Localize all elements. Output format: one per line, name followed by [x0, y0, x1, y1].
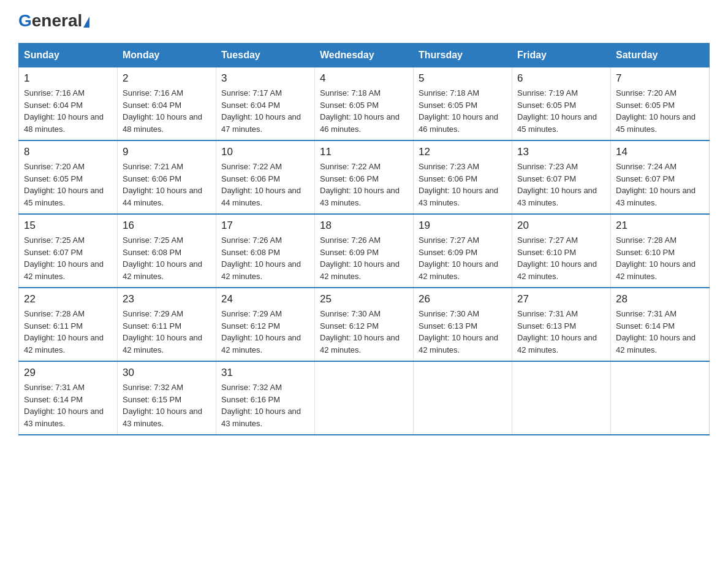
cell-info: Sunrise: 7:26 AMSunset: 6:09 PMDaylight:… [320, 236, 400, 281]
day-number: 18 [320, 220, 408, 232]
day-number: 19 [419, 220, 507, 232]
calendar-cell: 12 Sunrise: 7:23 AMSunset: 6:06 PMDaylig… [414, 140, 512, 214]
cell-info: Sunrise: 7:20 AMSunset: 6:05 PMDaylight:… [24, 162, 104, 207]
day-number: 1 [24, 72, 112, 85]
day-number: 4 [320, 72, 408, 85]
calendar-cell: 19 Sunrise: 7:27 AMSunset: 6:09 PMDaylig… [414, 214, 512, 288]
day-number: 15 [24, 220, 112, 232]
calendar-cell: 13 Sunrise: 7:23 AMSunset: 6:07 PMDaylig… [512, 140, 611, 214]
day-number: 17 [221, 220, 309, 232]
day-number: 2 [123, 72, 211, 85]
cell-info: Sunrise: 7:27 AMSunset: 6:09 PMDaylight:… [419, 236, 498, 281]
column-header-friday: Friday [512, 44, 611, 67]
cell-info: Sunrise: 7:23 AMSunset: 6:07 PMDaylight:… [517, 162, 597, 207]
column-header-thursday: Thursday [414, 44, 512, 67]
calendar-cell: 15 Sunrise: 7:25 AMSunset: 6:07 PMDaylig… [19, 214, 118, 288]
cell-info: Sunrise: 7:31 AMSunset: 6:14 PMDaylight:… [24, 383, 104, 428]
logo: General [18, 12, 89, 31]
calendar-cell [611, 361, 710, 435]
cell-info: Sunrise: 7:18 AMSunset: 6:05 PMDaylight:… [320, 88, 400, 134]
calendar-cell: 17 Sunrise: 7:26 AMSunset: 6:08 PMDaylig… [216, 214, 315, 288]
calendar-cell: 10 Sunrise: 7:22 AMSunset: 6:06 PMDaylig… [216, 140, 315, 214]
calendar-cell: 7 Sunrise: 7:20 AMSunset: 6:05 PMDayligh… [611, 67, 710, 141]
cell-info: Sunrise: 7:17 AMSunset: 6:04 PMDaylight:… [221, 88, 301, 134]
cell-info: Sunrise: 7:28 AMSunset: 6:11 PMDaylight:… [24, 309, 104, 354]
day-number: 8 [24, 146, 112, 158]
cell-info: Sunrise: 7:30 AMSunset: 6:13 PMDaylight:… [419, 309, 498, 354]
day-number: 5 [419, 72, 507, 85]
day-number: 21 [616, 220, 704, 232]
calendar-week-row: 1 Sunrise: 7:16 AMSunset: 6:04 PMDayligh… [19, 67, 710, 141]
column-header-monday: Monday [118, 44, 216, 67]
cell-info: Sunrise: 7:19 AMSunset: 6:05 PMDaylight:… [517, 88, 597, 134]
day-number: 23 [123, 293, 211, 305]
day-number: 24 [221, 293, 309, 305]
day-number: 14 [616, 146, 704, 158]
cell-info: Sunrise: 7:16 AMSunset: 6:04 PMDaylight:… [123, 88, 202, 134]
cell-info: Sunrise: 7:21 AMSunset: 6:06 PMDaylight:… [123, 162, 202, 207]
calendar-cell: 8 Sunrise: 7:20 AMSunset: 6:05 PMDayligh… [19, 140, 118, 214]
cell-info: Sunrise: 7:18 AMSunset: 6:05 PMDaylight:… [419, 88, 498, 134]
calendar-cell: 23 Sunrise: 7:29 AMSunset: 6:11 PMDaylig… [118, 288, 216, 361]
cell-info: Sunrise: 7:32 AMSunset: 6:15 PMDaylight:… [123, 383, 202, 428]
day-number: 7 [616, 72, 704, 85]
calendar-cell: 2 Sunrise: 7:16 AMSunset: 6:04 PMDayligh… [118, 67, 216, 141]
day-number: 22 [24, 293, 112, 305]
calendar-cell: 28 Sunrise: 7:31 AMSunset: 6:14 PMDaylig… [611, 288, 710, 361]
calendar-cell: 4 Sunrise: 7:18 AMSunset: 6:05 PMDayligh… [315, 67, 414, 141]
cell-info: Sunrise: 7:24 AMSunset: 6:07 PMDaylight:… [616, 162, 696, 207]
calendar-header-row: SundayMondayTuesdayWednesdayThursdayFrid… [19, 44, 710, 67]
calendar-cell [315, 361, 414, 435]
calendar-cell: 26 Sunrise: 7:30 AMSunset: 6:13 PMDaylig… [414, 288, 512, 361]
cell-info: Sunrise: 7:26 AMSunset: 6:08 PMDaylight:… [221, 236, 301, 281]
calendar-cell: 20 Sunrise: 7:27 AMSunset: 6:10 PMDaylig… [512, 214, 611, 288]
day-number: 12 [419, 146, 507, 158]
cell-info: Sunrise: 7:25 AMSunset: 6:08 PMDaylight:… [123, 236, 202, 281]
calendar-cell: 18 Sunrise: 7:26 AMSunset: 6:09 PMDaylig… [315, 214, 414, 288]
day-number: 11 [320, 146, 408, 158]
day-number: 26 [419, 293, 507, 305]
cell-info: Sunrise: 7:27 AMSunset: 6:10 PMDaylight:… [517, 236, 597, 281]
calendar-cell: 16 Sunrise: 7:25 AMSunset: 6:08 PMDaylig… [118, 214, 216, 288]
day-number: 25 [320, 293, 408, 305]
day-number: 27 [517, 293, 605, 305]
calendar-cell: 3 Sunrise: 7:17 AMSunset: 6:04 PMDayligh… [216, 67, 315, 141]
calendar-cell: 27 Sunrise: 7:31 AMSunset: 6:13 PMDaylig… [512, 288, 611, 361]
calendar-cell: 5 Sunrise: 7:18 AMSunset: 6:05 PMDayligh… [414, 67, 512, 141]
calendar-cell [414, 361, 512, 435]
cell-info: Sunrise: 7:32 AMSunset: 6:16 PMDaylight:… [221, 383, 301, 428]
calendar-cell: 31 Sunrise: 7:32 AMSunset: 6:16 PMDaylig… [216, 361, 315, 435]
day-number: 3 [221, 72, 309, 85]
column-header-sunday: Sunday [19, 44, 118, 67]
cell-info: Sunrise: 7:16 AMSunset: 6:04 PMDaylight:… [24, 88, 104, 134]
day-number: 13 [517, 146, 605, 158]
cell-info: Sunrise: 7:23 AMSunset: 6:06 PMDaylight:… [419, 162, 498, 207]
calendar-cell: 30 Sunrise: 7:32 AMSunset: 6:15 PMDaylig… [118, 361, 216, 435]
column-header-saturday: Saturday [611, 44, 710, 67]
day-number: 6 [517, 72, 605, 85]
calendar-cell: 22 Sunrise: 7:28 AMSunset: 6:11 PMDaylig… [19, 288, 118, 361]
calendar-week-row: 22 Sunrise: 7:28 AMSunset: 6:11 PMDaylig… [19, 288, 710, 361]
day-number: 30 [123, 367, 211, 379]
day-number: 16 [123, 220, 211, 232]
cell-info: Sunrise: 7:29 AMSunset: 6:12 PMDaylight:… [221, 309, 301, 354]
calendar-table: SundayMondayTuesdayWednesdayThursdayFrid… [18, 43, 710, 435]
column-header-wednesday: Wednesday [315, 44, 414, 67]
day-number: 20 [517, 220, 605, 232]
calendar-week-row: 15 Sunrise: 7:25 AMSunset: 6:07 PMDaylig… [19, 214, 710, 288]
calendar-week-row: 8 Sunrise: 7:20 AMSunset: 6:05 PMDayligh… [19, 140, 710, 214]
calendar-cell: 25 Sunrise: 7:30 AMSunset: 6:12 PMDaylig… [315, 288, 414, 361]
cell-info: Sunrise: 7:22 AMSunset: 6:06 PMDaylight:… [320, 162, 400, 207]
calendar-cell: 9 Sunrise: 7:21 AMSunset: 6:06 PMDayligh… [118, 140, 216, 214]
calendar-cell: 6 Sunrise: 7:19 AMSunset: 6:05 PMDayligh… [512, 67, 611, 141]
calendar-cell: 21 Sunrise: 7:28 AMSunset: 6:10 PMDaylig… [611, 214, 710, 288]
cell-info: Sunrise: 7:20 AMSunset: 6:05 PMDaylight:… [616, 88, 696, 134]
calendar-cell: 29 Sunrise: 7:31 AMSunset: 6:14 PMDaylig… [19, 361, 118, 435]
logo-triangle-icon [83, 17, 89, 28]
day-number: 9 [123, 146, 211, 158]
cell-info: Sunrise: 7:25 AMSunset: 6:07 PMDaylight:… [24, 236, 104, 281]
cell-info: Sunrise: 7:30 AMSunset: 6:12 PMDaylight:… [320, 309, 400, 354]
cell-info: Sunrise: 7:31 AMSunset: 6:14 PMDaylight:… [616, 309, 696, 354]
day-number: 10 [221, 146, 309, 158]
calendar-cell [512, 361, 611, 435]
